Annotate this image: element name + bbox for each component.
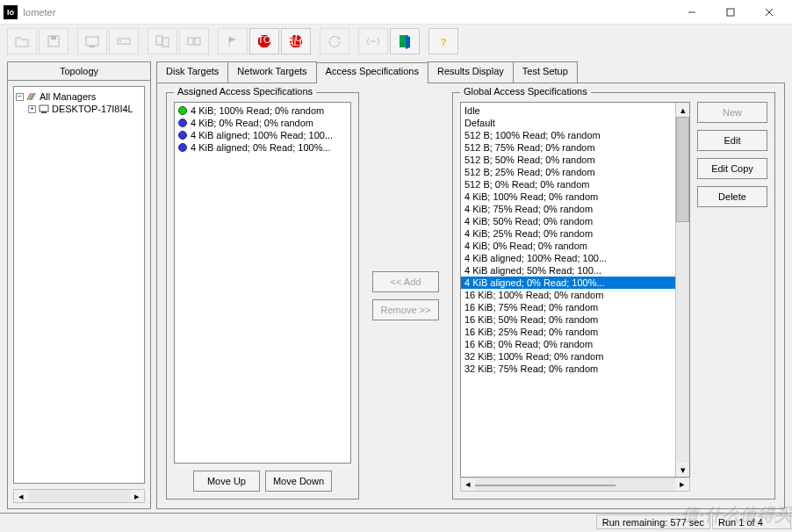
list-item[interactable]: 4 KiB; 100% Read; 0% random bbox=[175, 104, 350, 117]
list-item[interactable]: 16 KiB; 0% Read; 0% random bbox=[461, 338, 675, 350]
delete-button[interactable]: Delete bbox=[697, 186, 767, 207]
svg-rect-27 bbox=[41, 111, 47, 113]
toolbar: STOP STOPALL ? bbox=[0, 25, 792, 58]
tree-root[interactable]: − All Managers bbox=[16, 90, 142, 103]
maximize-button[interactable] bbox=[711, 0, 750, 25]
window-title: Iometer bbox=[23, 7, 673, 18]
save-icon[interactable] bbox=[39, 28, 68, 54]
scroll-left-icon[interactable]: ◂ bbox=[461, 478, 475, 491]
list-item[interactable]: 512 B; 100% Read; 0% random bbox=[461, 129, 675, 141]
remove-button[interactable]: Remove >> bbox=[372, 299, 439, 320]
scroll-left-icon[interactable]: ◂ bbox=[14, 490, 28, 502]
list-item-label: 4 KiB; 0% Read; 0% random bbox=[191, 118, 313, 128]
new-button[interactable]: New bbox=[697, 102, 767, 123]
list-item[interactable]: 512 B; 25% Read; 0% random bbox=[461, 166, 675, 178]
duplicate-icon[interactable] bbox=[148, 28, 177, 54]
svg-line-24 bbox=[31, 93, 34, 100]
tab-results-display[interactable]: Results Display bbox=[428, 61, 514, 83]
start-flag-icon[interactable] bbox=[218, 28, 248, 54]
list-item[interactable]: 512 B; 75% Read; 0% random bbox=[461, 141, 675, 154]
svg-rect-26 bbox=[40, 105, 48, 111]
move-up-button[interactable]: Move Up bbox=[193, 471, 260, 492]
global-listbox[interactable]: IdleDefault512 B; 100% Read; 0% random51… bbox=[461, 103, 675, 477]
list-item[interactable]: 4 KiB; 75% Read; 0% random bbox=[461, 203, 675, 215]
list-item[interactable]: 4 KiB; 25% Read; 0% random bbox=[461, 227, 675, 240]
list-item[interactable]: 512 B; 0% Read; 0% random bbox=[461, 178, 675, 191]
collapse-icon[interactable]: − bbox=[16, 93, 24, 101]
minimize-button[interactable] bbox=[673, 0, 711, 25]
scroll-up-icon[interactable]: ▴ bbox=[676, 103, 689, 117]
led-icon bbox=[178, 143, 187, 152]
list-item[interactable]: 4 KiB; 0% Read; 0% random bbox=[175, 117, 350, 129]
tab-body: Assigned Access Specifications 4 KiB; 10… bbox=[156, 83, 785, 509]
list-item[interactable]: 4 KiB aligned; 100% Read; 100... bbox=[461, 252, 675, 264]
tree-root-label: All Managers bbox=[40, 91, 96, 102]
status-remaining: Run remaining: 577 sec bbox=[596, 514, 710, 529]
main-panel: Disk TargetsNetwork TargetsAccess Specif… bbox=[156, 61, 785, 509]
stop-icon[interactable]: STOP bbox=[249, 28, 279, 54]
tab-test-setup[interactable]: Test Setup bbox=[513, 61, 578, 83]
svg-text:STOP: STOP bbox=[256, 34, 272, 45]
svg-rect-5 bbox=[51, 36, 56, 40]
open-icon[interactable] bbox=[7, 28, 37, 54]
list-item[interactable]: 16 KiB; 100% Read; 0% random bbox=[461, 289, 675, 301]
list-item[interactable]: 16 KiB; 25% Read; 0% random bbox=[461, 326, 675, 338]
global-hscroll[interactable]: ◂ ▸ bbox=[460, 478, 690, 492]
list-item[interactable]: 32 KiB; 75% Read; 0% random bbox=[461, 363, 675, 375]
assigned-legend: Assigned Access Specifications bbox=[174, 86, 316, 97]
add-button[interactable]: << Add bbox=[372, 271, 439, 292]
scroll-right-icon[interactable]: ▸ bbox=[675, 478, 689, 491]
list-item[interactable]: Default bbox=[461, 117, 675, 129]
network-manager-icon[interactable] bbox=[109, 28, 139, 54]
expand-icon[interactable]: + bbox=[28, 105, 36, 113]
titlebar: Io Iometer bbox=[0, 0, 792, 25]
led-icon bbox=[178, 131, 187, 140]
disk-manager-icon[interactable] bbox=[77, 28, 107, 54]
list-item[interactable]: 16 KiB; 50% Read; 0% random bbox=[461, 313, 675, 326]
global-vscroll[interactable]: ▴ ▾ bbox=[675, 103, 689, 477]
close-button[interactable] bbox=[750, 0, 788, 25]
edit-copy-button[interactable]: Edit Copy bbox=[697, 158, 767, 179]
help-icon[interactable]: ? bbox=[428, 28, 458, 54]
scroll-right-icon[interactable]: ▸ bbox=[130, 490, 144, 502]
svg-rect-12 bbox=[188, 38, 193, 45]
exit-icon[interactable] bbox=[390, 28, 420, 54]
topology-hscroll[interactable]: ◂ ▸ bbox=[13, 489, 145, 503]
list-item[interactable]: Idle bbox=[461, 104, 675, 117]
svg-rect-11 bbox=[162, 38, 169, 47]
list-item[interactable]: 4 KiB; 100% Read; 0% random bbox=[461, 191, 675, 203]
list-item[interactable]: 16 KiB; 75% Read; 0% random bbox=[461, 301, 675, 313]
stop-all-icon[interactable]: STOPALL bbox=[281, 28, 311, 54]
list-item[interactable]: 4 KiB; 0% Read; 0% random bbox=[461, 240, 675, 252]
list-item[interactable]: 4 KiB aligned; 0% Read; 100%... bbox=[175, 141, 350, 154]
list-item[interactable]: 4 KiB aligned; 0% Read; 100%... bbox=[461, 277, 675, 289]
edit-button[interactable]: Edit bbox=[697, 130, 767, 151]
scroll-thumb[interactable] bbox=[676, 117, 689, 222]
svg-rect-13 bbox=[195, 38, 200, 45]
topology-header: Topology bbox=[8, 62, 150, 81]
tab-strip: Disk TargetsNetwork TargetsAccess Specif… bbox=[156, 61, 785, 83]
list-item[interactable]: 32 KiB; 100% Read; 0% random bbox=[461, 350, 675, 363]
list-item[interactable]: 512 B; 50% Read; 0% random bbox=[461, 154, 675, 166]
reset-icon[interactable] bbox=[320, 28, 349, 54]
tab-access-specifications[interactable]: Access Specifications bbox=[316, 62, 428, 83]
svg-text:?: ? bbox=[441, 37, 447, 47]
topology-tree[interactable]: − All Managers + DESKTOP-17I8I4L bbox=[13, 86, 145, 484]
move-down-button[interactable]: Move Down bbox=[265, 471, 332, 492]
tree-child[interactable]: + DESKTOP-17I8I4L bbox=[16, 103, 142, 115]
list-item[interactable]: 4 KiB aligned; 50% Read; 100... bbox=[461, 264, 675, 277]
list-item[interactable]: 4 KiB; 50% Read; 0% random bbox=[461, 215, 675, 227]
assigned-listbox[interactable]: 4 KiB; 100% Read; 0% random4 KiB; 0% Rea… bbox=[174, 102, 351, 464]
list-item[interactable]: 4 KiB aligned; 100% Read; 100... bbox=[175, 129, 350, 141]
status-run: Run 1 of 4 bbox=[712, 514, 791, 529]
tab-disk-targets[interactable]: Disk Targets bbox=[156, 61, 228, 83]
managers-icon bbox=[25, 91, 38, 102]
tab-network-targets[interactable]: Network Targets bbox=[227, 61, 316, 83]
topology-panel: Topology − All Managers + DESKTOP-17I8I4… bbox=[7, 61, 151, 509]
scroll-down-icon[interactable]: ▾ bbox=[676, 463, 689, 477]
move-icon[interactable] bbox=[358, 28, 388, 54]
duplicate-all-icon[interactable] bbox=[179, 28, 209, 54]
computer-icon bbox=[38, 104, 50, 114]
hscroll-thumb[interactable] bbox=[475, 485, 616, 486]
svg-text:ALL: ALL bbox=[288, 37, 304, 47]
